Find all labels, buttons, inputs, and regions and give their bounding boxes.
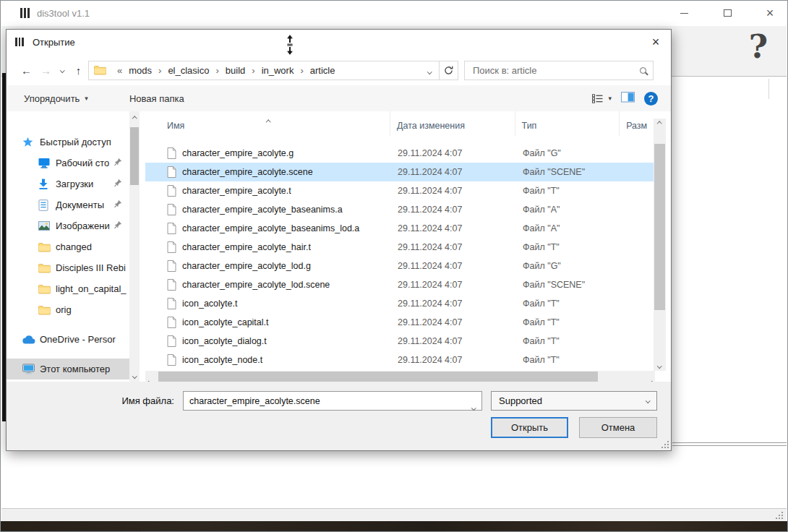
filetype-value: Supported <box>499 395 542 406</box>
file-list-vertical-scrollbar[interactable] <box>654 119 666 371</box>
desktop-icon <box>38 158 56 168</box>
list-scroll-up-icon[interactable] <box>654 122 666 126</box>
file-name-cell: icon_acolyte_node.t <box>145 354 391 366</box>
table-row[interactable]: icon_acolyte_dialog.t29.11.2024 4:07Файл… <box>145 332 654 351</box>
file-date: 29.11.2024 4:07 <box>391 299 516 309</box>
table-row[interactable]: character_empire_acolyte_lod.scene29.11.… <box>145 275 654 294</box>
dialog-title-bar: Открытие × <box>7 30 671 55</box>
filename-dropdown-icon[interactable] <box>472 399 476 412</box>
column-name-label: Имя <box>167 121 184 131</box>
file-icon <box>167 204 176 215</box>
sidebar-item-label: Disciples III Rebi <box>56 262 126 273</box>
table-row[interactable]: character_empire_acolyte.g29.11.2024 4:0… <box>145 144 654 163</box>
new-folder-button[interactable]: Новая папка <box>129 93 184 104</box>
preview-pane-button[interactable] <box>621 92 635 105</box>
table-row[interactable]: icon_acolyte_node.t29.11.2024 4:07Файл "… <box>145 351 654 369</box>
app-icon <box>20 8 30 18</box>
help-icon[interactable]: ? <box>749 27 768 66</box>
breadcrumb-separator-icon: › <box>215 65 218 76</box>
open-button[interactable]: Открыть <box>491 417 568 438</box>
sidebar-item[interactable]: Disciples III Rebi <box>7 257 129 278</box>
star-icon <box>22 137 40 147</box>
maximize-button-icon[interactable] <box>712 1 742 25</box>
address-bar[interactable]: « mods›el_clasico›build›in_work›article <box>88 61 440 80</box>
cancel-button[interactable]: Отмена <box>579 417 657 438</box>
breadcrumb-item[interactable]: build <box>226 65 245 76</box>
dialog-resize-grip[interactable] <box>660 439 669 448</box>
search-input[interactable] <box>471 64 640 77</box>
sidebar-scrollbar[interactable] <box>129 111 140 383</box>
breadcrumb-prefix: « <box>117 65 122 76</box>
change-view-button[interactable]: ▾ <box>592 94 612 103</box>
sidebar-item-label: Документы <box>56 200 104 210</box>
sidebar-item-label: orig <box>56 304 72 315</box>
file-type: Файл "A" <box>516 223 621 233</box>
sidebar-scroll-thumb[interactable] <box>130 127 139 185</box>
column-header-size[interactable]: Разм <box>620 111 654 136</box>
history-dropdown-icon[interactable] <box>56 69 69 72</box>
file-date: 29.11.2024 4:07 <box>391 205 516 215</box>
sidebar-item[interactable]: Рабочий сто <box>7 153 129 173</box>
file-icon <box>167 298 176 309</box>
documents-icon <box>38 200 56 211</box>
table-row[interactable]: icon_acolyte.t29.11.2024 4:07Файл "T" <box>145 294 654 313</box>
organize-label: Упорядочить <box>24 93 80 104</box>
list-view-icon <box>592 94 603 103</box>
table-row[interactable]: character_empire_acolyte.scene29.11.2024… <box>145 163 654 181</box>
sidebar-item[interactable]: changed <box>7 236 129 257</box>
column-header-name[interactable]: Имя <box>145 111 390 136</box>
filetype-select[interactable]: Supported <box>491 391 657 411</box>
close-button-icon[interactable]: × <box>755 1 785 25</box>
forward-button-icon: → <box>36 65 56 76</box>
organize-button[interactable]: Упорядочить ▾ <box>24 93 88 104</box>
breadcrumb-item[interactable]: mods <box>129 65 152 76</box>
sidebar-item[interactable]: OneDrive - Persor <box>7 329 129 350</box>
address-dropdown-icon[interactable] <box>423 65 437 76</box>
breadcrumb-item[interactable]: article <box>310 65 335 76</box>
breadcrumb-item[interactable]: el_clasico <box>168 65 209 76</box>
column-header-type[interactable]: Тип <box>515 111 620 136</box>
file-icon <box>167 317 176 328</box>
sidebar-scroll-down-icon[interactable] <box>129 374 140 378</box>
sidebar-item[interactable]: Этот компьютер <box>7 359 129 379</box>
back-button-icon[interactable]: ← <box>17 65 36 76</box>
file-date: 29.11.2024 4:07 <box>391 336 516 346</box>
table-row[interactable]: character_empire_acolyte.t29.11.2024 4:0… <box>145 181 654 200</box>
breadcrumb-item[interactable]: in_work <box>262 65 294 76</box>
column-header-date[interactable]: Дата изменения <box>390 111 515 136</box>
dialog-help-icon[interactable]: ? <box>644 92 658 106</box>
filename-input[interactable] <box>184 392 481 410</box>
folder-icon <box>94 65 111 75</box>
sidebar-scroll-up-icon[interactable] <box>129 117 140 121</box>
table-row[interactable]: character_empire_acolyte_baseanims_lod.a… <box>145 219 654 238</box>
file-name-cell: icon_acolyte.t <box>145 298 391 309</box>
window-resize-grip[interactable] <box>774 510 783 519</box>
table-row[interactable]: character_empire_acolyte_lod.g29.11.2024… <box>145 257 654 275</box>
file-icon <box>167 335 176 347</box>
sidebar-item[interactable]: Быстрый доступ <box>7 132 129 153</box>
sidebar-item[interactable]: light_on_capital_ <box>7 278 129 299</box>
file-type: Файл "T" <box>516 355 621 365</box>
refresh-button[interactable] <box>440 61 458 80</box>
sidebar-item-label: Быстрый доступ <box>40 137 111 147</box>
file-type: Файл "G" <box>516 148 621 158</box>
table-row[interactable]: character_empire_acolyte_baseanims.a29.1… <box>145 200 654 219</box>
sidebar-item[interactable]: Загрузки <box>7 173 129 194</box>
list-scroll-down-icon[interactable] <box>654 364 666 368</box>
file-icon <box>167 354 176 366</box>
sidebar-item[interactable]: Изображени <box>7 215 129 236</box>
file-type: Файл "T" <box>516 186 621 196</box>
up-button-icon[interactable]: ↑ <box>69 65 88 76</box>
minimize-button-icon[interactable] <box>669 1 699 25</box>
sidebar-item[interactable]: Документы <box>7 194 129 215</box>
list-vertical-scroll-thumb[interactable] <box>654 144 665 310</box>
folder-icon <box>38 305 56 315</box>
sidebar-item[interactable]: orig <box>7 299 129 320</box>
dialog-close-icon[interactable]: × <box>645 33 667 52</box>
table-row[interactable]: character_empire_acolyte_hair.t29.11.202… <box>145 238 654 257</box>
status-bar <box>1 508 787 521</box>
table-row[interactable]: icon_acolyte_capital.t29.11.2024 4:07Фай… <box>145 313 654 332</box>
file-name-cell: character_empire_acolyte_lod.scene <box>145 279 391 291</box>
list-horizontal-scroll-thumb[interactable] <box>158 372 598 382</box>
onedrive-icon <box>22 335 40 344</box>
